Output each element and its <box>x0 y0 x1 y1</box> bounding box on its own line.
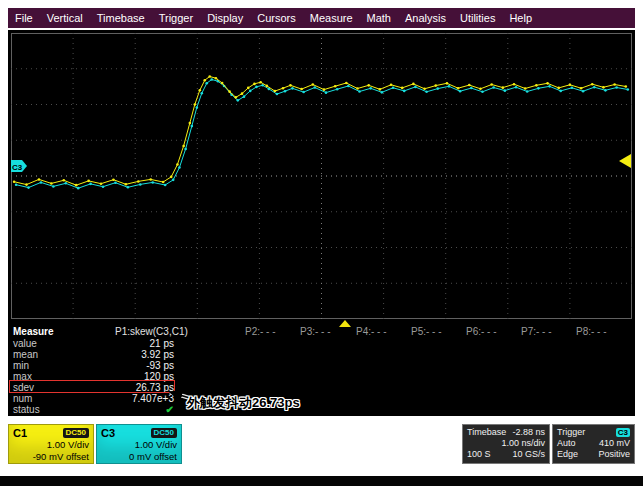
channel-c3-coupling-badge: DC50 <box>151 428 177 438</box>
measure-table: Measure P1:skew(C3,C1) P2:- - - P3:- - -… <box>8 324 635 416</box>
menu-item-trigger[interactable]: Trigger <box>152 12 200 24</box>
trigger-type: Edge <box>557 449 578 460</box>
menu-item-analysis[interactable]: Analysis <box>398 12 453 24</box>
timebase-position: -2.88 ns <box>512 427 545 438</box>
menu-item-math[interactable]: Math <box>360 12 398 24</box>
channel-c1-descriptor[interactable]: C1 DC50 1.00 V/div -90 mV offset <box>8 424 94 464</box>
channel-c3-descriptor[interactable]: C3 DC50 1.00 V/div 0 mV offset <box>96 424 182 464</box>
trigger-level-marker[interactable] <box>619 154 631 168</box>
measure-p4-header[interactable]: P4:- - - <box>356 326 387 337</box>
measure-row-mean: mean 3.92 ps <box>8 349 635 360</box>
measure-p3-header[interactable]: P3:- - - <box>300 326 331 337</box>
row-label-value: value <box>13 338 37 349</box>
sdev-highlight-box <box>9 380 175 393</box>
row-label-num: num <box>13 393 32 404</box>
channel-c3-label: C3 <box>101 427 115 439</box>
channel-c3-scale: 1.00 V/div <box>101 439 177 451</box>
trigger-level: 410 mV <box>599 438 630 449</box>
menu-item-file[interactable]: File <box>8 12 40 24</box>
menu-item-display[interactable]: Display <box>200 12 250 24</box>
menu-item-timebase[interactable]: Timebase <box>90 12 152 24</box>
measure-header-row: Measure P1:skew(C3,C1) P2:- - - P3:- - -… <box>8 326 635 337</box>
timebase-label: Timebase <box>467 427 506 438</box>
trigger-slope: Positive <box>598 449 630 460</box>
timebase-descriptor[interactable]: Timebase -2.88 ns 1.00 ns/div 100 S 10 G… <box>462 424 550 464</box>
timebase-samples: 100 S <box>467 449 491 460</box>
channel-c3-level-marker-label: C3 <box>12 163 23 172</box>
row-label-mean: mean <box>13 349 38 360</box>
menu-item-utilities[interactable]: Utilities <box>453 12 502 24</box>
channel-c3-offset: 0 mV offset <box>101 451 177 463</box>
taskbar-strip <box>0 476 643 486</box>
menu-bar: File Vertical Timebase Trigger Display C… <box>8 8 635 28</box>
menu-item-help[interactable]: Help <box>502 12 539 24</box>
measure-p8-header[interactable]: P8:- - - <box>576 326 607 337</box>
measure-p7-header[interactable]: P7:- - - <box>521 326 552 337</box>
measure-row-value: value 21 ps <box>8 338 635 349</box>
measure-p2-header[interactable]: P2:- - - <box>245 326 276 337</box>
measure-title: Measure <box>13 326 54 337</box>
channel-c1-offset: -90 mV offset <box>13 451 89 463</box>
measure-p5-header[interactable]: P5:- - - <box>411 326 442 337</box>
trigger-descriptor[interactable]: Trigger C3 Auto 410 mV Edge Positive <box>552 424 635 464</box>
scope-display: C3 Measure P1:skew(C3,C1) P2:- - - P3:- … <box>8 30 635 416</box>
row-min-p1: -93 ps <box>96 360 174 371</box>
measure-p1-header[interactable]: P1:skew(C3,C1) <box>115 326 188 337</box>
measure-row-min: min -93 ps <box>8 360 635 371</box>
measure-p6-header[interactable]: P6:- - - <box>466 326 497 337</box>
timebase-scale: 1.00 ns/div <box>501 438 545 449</box>
channel-c1-scale: 1.00 V/div <box>13 439 89 451</box>
trigger-label: Trigger <box>557 427 585 438</box>
menu-item-vertical[interactable]: Vertical <box>40 12 90 24</box>
row-label-min: min <box>13 360 29 371</box>
measure-row-num: num 7.407e+3 <box>8 393 635 404</box>
measure-row-status: status ✔ <box>8 404 635 415</box>
graticule: C3 <box>11 33 632 319</box>
channel-c1-label: C1 <box>13 427 27 439</box>
annotation-text: 外触发抖动26.73ps <box>187 394 300 412</box>
menu-item-cursors[interactable]: Cursors <box>250 12 303 24</box>
trigger-source-badge: C3 <box>616 428 630 437</box>
row-value-p1: 21 ps <box>96 338 174 349</box>
channel-c1-coupling-badge: DC50 <box>63 428 89 438</box>
row-label-status: status <box>13 404 40 415</box>
timebase-rate: 10 GS/s <box>512 449 545 460</box>
waveform-c1 <box>14 77 626 186</box>
row-mean-p1: 3.92 ps <box>96 349 174 360</box>
menu-item-measure[interactable]: Measure <box>303 12 360 24</box>
trigger-mode: Auto <box>557 438 576 449</box>
